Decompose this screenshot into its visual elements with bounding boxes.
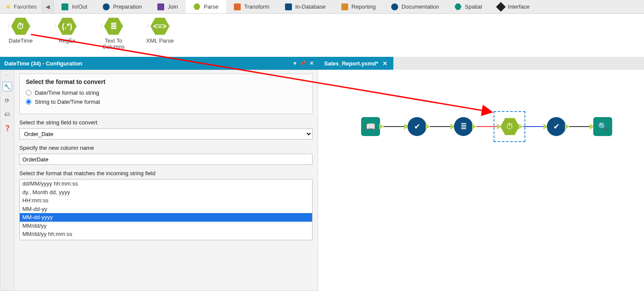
new-column-label: Specify the new column name xyxy=(19,145,313,151)
tool-palette: 〉⏱〉DateTime〉(.*)〉RegEx〉≣〉Text To Columns… xyxy=(0,14,644,57)
document-tab-label: Sales_Report.yxmd* xyxy=(324,60,378,67)
ribbon-tab-documentation[interactable]: Documentation xyxy=(383,0,447,13)
drag-handle-icon[interactable]: ⋯ xyxy=(5,73,10,77)
ribbon-tab-label: In-Database xyxy=(295,3,326,10)
config-body: ⋯ 🔧 ⟳ 🏷 ❓ Select the format to convert D… xyxy=(0,70,318,291)
config-side-strip: ⋯ 🔧 ⟳ 🏷 ❓ xyxy=(0,70,14,291)
format-convert-title: Select the format to convert xyxy=(26,78,306,85)
format-option[interactable]: MM/dd/yy hh:mm:ss xyxy=(20,230,312,238)
documentation-icon xyxy=(391,3,398,10)
format-option[interactable]: dy., Month dd, yyyy xyxy=(20,188,312,197)
tool-label: DateTime xyxy=(9,38,33,44)
ribbon-tab-in-out[interactable]: In/Out xyxy=(54,0,95,13)
node-icon: 🔍 xyxy=(593,117,612,136)
ribbon-tab-label: In/Out xyxy=(72,3,87,10)
ribbon-tab-label: Spatial xyxy=(465,3,482,10)
close-icon[interactable]: ✕ xyxy=(383,60,387,67)
favorites-tab[interactable]: ★ Favorites xyxy=(0,0,42,13)
format-list[interactable]: dd/MM/yyyy hh:mm:ssdy., Month dd, yyyyHH… xyxy=(19,179,313,240)
radio-date-to-string-label: Date/Time format to string xyxy=(35,90,99,96)
star-icon: ★ xyxy=(5,3,11,11)
radio-date-to-string-input[interactable] xyxy=(26,90,31,96)
tool-label: XML Parse xyxy=(146,38,174,44)
ribbon: ★ Favorites ◀ In/OutPreparationJoinParse… xyxy=(0,0,644,14)
ribbon-tab-transform[interactable]: Transform xyxy=(226,0,277,13)
canvas-node-formula[interactable]: ≣ xyxy=(451,117,476,136)
canvas-node-browse[interactable]: 🔍 xyxy=(590,117,612,136)
format-option[interactable]: dd/MM/yyyy hh:mm:ss xyxy=(20,180,312,188)
canvas-panel: Sales_Report.yxmd* ✕ 📖✔≣⏱✔🔍 xyxy=(318,57,644,291)
node-icon: ≣ xyxy=(454,117,473,136)
workspace: DateTime (34) - Configuration ▾ 📌 ✕ ⋯ 🔧 … xyxy=(0,57,644,291)
tool-label: RegEx xyxy=(58,38,75,44)
tool-icon: <≡> xyxy=(150,17,169,36)
tag-icon[interactable]: 🏷 xyxy=(3,109,12,119)
ribbon-tab-label: Parse xyxy=(204,3,218,10)
transform-icon xyxy=(234,3,241,10)
radio-string-to-date[interactable]: String to Date/Time format xyxy=(26,99,306,105)
in-database-icon xyxy=(285,3,292,10)
ribbon-tab-label: Preparation xyxy=(113,3,142,10)
ribbon-tab-label: Join xyxy=(168,3,178,10)
format-convert-group: Select the format to convert Date/Time f… xyxy=(19,74,313,114)
string-field-select[interactable]: Order_Date xyxy=(19,128,313,139)
canvas-edge xyxy=(383,126,404,127)
radio-string-to-date-label: String to Date/Time format xyxy=(35,99,100,105)
ribbon-tab-reporting[interactable]: Reporting xyxy=(334,0,383,13)
help-icon[interactable]: ❓ xyxy=(3,123,12,133)
preparation-icon xyxy=(103,3,110,10)
format-option[interactable]: MM/dd/yy xyxy=(20,222,312,230)
tool-label: Text To Columns xyxy=(96,38,131,50)
canvas-edge xyxy=(430,126,451,127)
config-panel-title: DateTime (34) - Configuration xyxy=(4,60,83,67)
tool-xml-parse[interactable]: 〉<≡>〉XML Parse xyxy=(143,16,177,44)
close-icon[interactable]: ✕ xyxy=(310,60,314,66)
document-tab-bar: Sales_Report.yxmd* ✕ xyxy=(318,57,644,70)
join-icon xyxy=(157,3,164,10)
node-icon: 📖 xyxy=(361,117,380,136)
format-list-label: Select the format that matches the incom… xyxy=(19,170,313,176)
canvas-node-select2[interactable]: ✔ xyxy=(543,117,569,136)
dropdown-icon[interactable]: ▾ xyxy=(294,60,296,66)
tool-text-to-columns[interactable]: 〉≣〉Text To Columns xyxy=(96,16,131,50)
workflow-canvas[interactable]: 📖✔≣⏱✔🔍 xyxy=(318,70,644,291)
spatial-icon xyxy=(454,3,461,10)
ribbon-tab-label: Documentation xyxy=(402,3,439,10)
interface-icon xyxy=(497,3,504,10)
in-out-icon xyxy=(61,3,68,10)
tool-datetime[interactable]: 〉⏱〉DateTime xyxy=(3,16,38,44)
new-column-input[interactable] xyxy=(19,154,313,165)
ribbon-tab-label: Interface xyxy=(508,3,530,10)
tool-icon: ≣ xyxy=(104,17,123,36)
ribbon-tab-spatial[interactable]: Spatial xyxy=(447,0,490,13)
ribbon-tab-interface[interactable]: Interface xyxy=(490,0,537,13)
format-option[interactable]: MM-dd-yy xyxy=(20,205,312,214)
radio-string-to-date-input[interactable] xyxy=(26,99,31,105)
canvas-node-datetime[interactable]: ⏱ xyxy=(497,117,523,136)
parse-icon xyxy=(193,3,200,10)
ribbon-tab-preparation[interactable]: Preparation xyxy=(95,0,150,13)
config-panel-title-bar: DateTime (34) - Configuration ▾ 📌 ✕ xyxy=(0,57,318,70)
pin-icon[interactable]: 📌 xyxy=(300,60,306,66)
tool-icon: (.*) xyxy=(58,17,77,36)
ribbon-tab-label: Reporting xyxy=(352,3,376,10)
format-option[interactable]: HH:mm:ss xyxy=(20,196,312,205)
refresh-icon[interactable]: ⟳ xyxy=(3,96,12,105)
reporting-icon xyxy=(341,3,348,10)
canvas-edge xyxy=(523,126,543,127)
node-icon: ⏱ xyxy=(500,117,519,136)
format-option[interactable]: MM-dd-yyyy xyxy=(20,213,312,222)
tool-icon: ⏱ xyxy=(11,17,30,36)
ribbon-tab-parse[interactable]: Parse xyxy=(186,0,226,13)
tool-regex[interactable]: 〉(.*)〉RegEx xyxy=(50,16,84,44)
wrench-icon[interactable]: 🔧 xyxy=(3,82,12,91)
document-tab[interactable]: Sales_Report.yxmd* ✕ xyxy=(318,57,393,70)
ribbon-tab-join[interactable]: Join xyxy=(150,0,186,13)
node-icon: ✔ xyxy=(408,117,426,136)
canvas-node-input[interactable]: 📖 xyxy=(361,117,383,136)
canvas-node-select[interactable]: ✔ xyxy=(404,117,430,136)
ribbon-scroll-left[interactable]: ◀ xyxy=(42,0,54,13)
ribbon-tab-in-database[interactable]: In-Database xyxy=(277,0,334,13)
radio-date-to-string[interactable]: Date/Time format to string xyxy=(26,90,306,96)
ribbon-tab-label: Transform xyxy=(244,3,270,10)
